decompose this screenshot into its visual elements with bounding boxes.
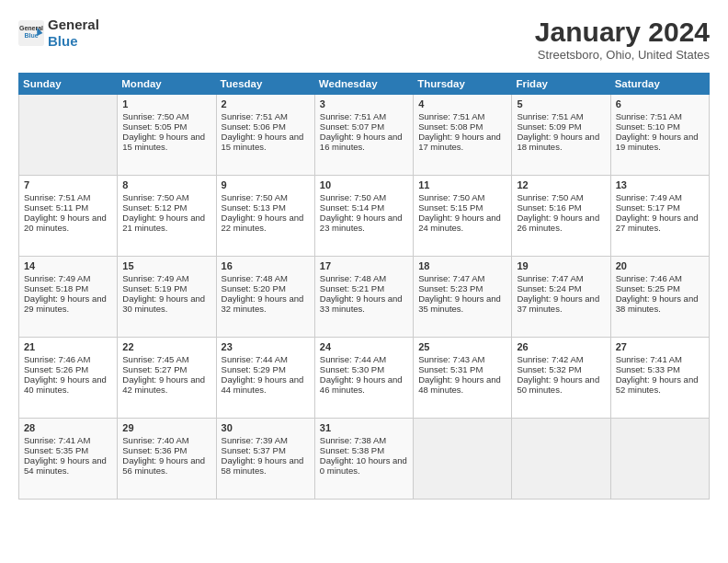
calendar-cell: 26 Sunrise: 7:42 AM Sunset: 5:32 PM Dayl… bbox=[512, 338, 610, 419]
day-number: 9 bbox=[222, 179, 310, 190]
daylight-text: Daylight: 9 hours and 48 minutes. bbox=[418, 374, 501, 395]
daylight-text: Daylight: 9 hours and 22 minutes. bbox=[222, 213, 304, 233]
day-number: 7 bbox=[24, 179, 112, 190]
day-number: 15 bbox=[122, 260, 210, 271]
sunset-text: Sunset: 5:29 PM bbox=[222, 364, 286, 374]
calendar-week-3: 21 Sunrise: 7:46 AM Sunset: 5:26 PM Dayl… bbox=[19, 338, 710, 419]
sunrise-text: Sunrise: 7:39 AM bbox=[222, 435, 288, 445]
col-friday: Friday bbox=[512, 74, 610, 95]
calendar-cell bbox=[414, 419, 512, 500]
calendar-cell: 5 Sunrise: 7:51 AM Sunset: 5:09 PM Dayli… bbox=[512, 95, 610, 176]
day-number: 29 bbox=[122, 422, 210, 433]
sunset-text: Sunset: 5:05 PM bbox=[122, 121, 187, 132]
sunrise-text: Sunrise: 7:46 AM bbox=[616, 273, 682, 283]
sunset-text: Sunset: 5:27 PM bbox=[122, 364, 187, 374]
sunset-text: Sunset: 5:12 PM bbox=[122, 202, 187, 213]
daylight-text: Daylight: 9 hours and 17 minutes. bbox=[418, 132, 501, 152]
sunset-text: Sunset: 5:14 PM bbox=[320, 202, 384, 213]
calendar-cell: 21 Sunrise: 7:46 AM Sunset: 5:26 PM Dayl… bbox=[19, 338, 118, 419]
title-area: January 2024 Streetsboro, Ohio, United S… bbox=[535, 17, 710, 62]
sunset-text: Sunset: 5:31 PM bbox=[418, 364, 483, 374]
day-number: 13 bbox=[616, 179, 704, 190]
sunrise-text: Sunrise: 7:47 AM bbox=[517, 273, 583, 283]
col-monday: Monday bbox=[118, 74, 216, 95]
calendar-cell: 6 Sunrise: 7:51 AM Sunset: 5:10 PM Dayli… bbox=[610, 95, 709, 176]
daylight-text: Daylight: 9 hours and 40 minutes. bbox=[24, 374, 107, 395]
sunrise-text: Sunrise: 7:50 AM bbox=[222, 192, 288, 202]
day-number: 23 bbox=[222, 341, 310, 352]
day-number: 25 bbox=[418, 341, 506, 352]
day-number: 10 bbox=[320, 179, 408, 190]
calendar-cell: 13 Sunrise: 7:49 AM Sunset: 5:17 PM Dayl… bbox=[610, 176, 709, 257]
sunrise-text: Sunrise: 7:40 AM bbox=[122, 435, 188, 445]
sunset-text: Sunset: 5:21 PM bbox=[320, 283, 384, 293]
daylight-text: Daylight: 9 hours and 23 minutes. bbox=[320, 213, 403, 233]
day-number: 8 bbox=[122, 179, 210, 190]
day-number: 21 bbox=[24, 341, 112, 352]
sunrise-text: Sunrise: 7:50 AM bbox=[418, 192, 484, 202]
sunset-text: Sunset: 5:06 PM bbox=[222, 121, 286, 132]
daylight-text: Daylight: 9 hours and 27 minutes. bbox=[616, 213, 699, 233]
day-number: 27 bbox=[616, 341, 704, 352]
sunrise-text: Sunrise: 7:44 AM bbox=[320, 354, 386, 364]
calendar-table: Sunday Monday Tuesday Wednesday Thursday… bbox=[18, 73, 710, 500]
calendar-cell: 11 Sunrise: 7:50 AM Sunset: 5:15 PM Dayl… bbox=[414, 176, 512, 257]
daylight-text: Daylight: 9 hours and 18 minutes. bbox=[517, 132, 599, 152]
daylight-text: Daylight: 9 hours and 38 minutes. bbox=[616, 293, 699, 314]
sunrise-text: Sunrise: 7:50 AM bbox=[517, 192, 583, 202]
sunset-text: Sunset: 5:09 PM bbox=[517, 121, 581, 132]
sunrise-text: Sunrise: 7:48 AM bbox=[320, 273, 386, 283]
calendar-week-1: 7 Sunrise: 7:51 AM Sunset: 5:11 PM Dayli… bbox=[19, 176, 710, 257]
day-number: 20 bbox=[616, 260, 704, 271]
daylight-text: Daylight: 9 hours and 20 minutes. bbox=[24, 213, 107, 233]
daylight-text: Daylight: 9 hours and 15 minutes. bbox=[222, 132, 304, 152]
svg-text:Blue: Blue bbox=[24, 32, 38, 39]
sunset-text: Sunset: 5:10 PM bbox=[616, 121, 680, 132]
calendar-cell: 12 Sunrise: 7:50 AM Sunset: 5:16 PM Dayl… bbox=[512, 176, 610, 257]
day-number: 22 bbox=[122, 341, 210, 352]
sunrise-text: Sunrise: 7:42 AM bbox=[517, 354, 583, 364]
daylight-text: Daylight: 9 hours and 54 minutes. bbox=[24, 455, 107, 476]
day-number: 28 bbox=[24, 422, 112, 433]
calendar-cell: 3 Sunrise: 7:51 AM Sunset: 5:07 PM Dayli… bbox=[314, 95, 413, 176]
sunrise-text: Sunrise: 7:51 AM bbox=[222, 111, 288, 121]
sunrise-text: Sunrise: 7:51 AM bbox=[517, 111, 583, 121]
sunrise-text: Sunrise: 7:50 AM bbox=[320, 192, 386, 202]
calendar-cell: 29 Sunrise: 7:40 AM Sunset: 5:36 PM Dayl… bbox=[118, 419, 216, 500]
sunrise-text: Sunrise: 7:46 AM bbox=[24, 354, 90, 364]
calendar-cell: 19 Sunrise: 7:47 AM Sunset: 5:24 PM Dayl… bbox=[512, 257, 610, 338]
daylight-text: Daylight: 9 hours and 42 minutes. bbox=[122, 374, 205, 395]
day-number: 11 bbox=[418, 179, 506, 190]
calendar-cell: 31 Sunrise: 7:38 AM Sunset: 5:38 PM Dayl… bbox=[314, 419, 413, 500]
sunrise-text: Sunrise: 7:51 AM bbox=[616, 111, 682, 121]
sunrise-text: Sunrise: 7:41 AM bbox=[616, 354, 682, 364]
sunset-text: Sunset: 5:33 PM bbox=[616, 364, 680, 374]
calendar-cell: 17 Sunrise: 7:48 AM Sunset: 5:21 PM Dayl… bbox=[314, 257, 413, 338]
daylight-text: Daylight: 9 hours and 56 minutes. bbox=[122, 455, 205, 476]
sunset-text: Sunset: 5:19 PM bbox=[122, 283, 187, 293]
calendar-cell: 22 Sunrise: 7:45 AM Sunset: 5:27 PM Dayl… bbox=[118, 338, 216, 419]
calendar-cell: 2 Sunrise: 7:51 AM Sunset: 5:06 PM Dayli… bbox=[216, 95, 314, 176]
calendar-week-0: 1 Sunrise: 7:50 AM Sunset: 5:05 PM Dayli… bbox=[19, 95, 710, 176]
sunrise-text: Sunrise: 7:44 AM bbox=[222, 354, 288, 364]
sunset-text: Sunset: 5:37 PM bbox=[222, 445, 286, 455]
logo: General Blue General Blue bbox=[18, 17, 99, 50]
day-number: 24 bbox=[320, 341, 408, 352]
header-row: Sunday Monday Tuesday Wednesday Thursday… bbox=[19, 74, 710, 95]
day-number: 5 bbox=[517, 98, 605, 109]
daylight-text: Daylight: 9 hours and 33 minutes. bbox=[320, 293, 403, 314]
calendar-cell: 30 Sunrise: 7:39 AM Sunset: 5:37 PM Dayl… bbox=[216, 419, 314, 500]
daylight-text: Daylight: 9 hours and 30 minutes. bbox=[122, 293, 205, 314]
calendar-cell: 1 Sunrise: 7:50 AM Sunset: 5:05 PM Dayli… bbox=[118, 95, 216, 176]
calendar-week-2: 14 Sunrise: 7:49 AM Sunset: 5:18 PM Dayl… bbox=[19, 257, 710, 338]
calendar-cell bbox=[19, 95, 118, 176]
calendar-week-4: 28 Sunrise: 7:41 AM Sunset: 5:35 PM Dayl… bbox=[19, 419, 710, 500]
logo-text: General Blue bbox=[48, 17, 99, 50]
calendar-cell: 14 Sunrise: 7:49 AM Sunset: 5:18 PM Dayl… bbox=[19, 257, 118, 338]
sunset-text: Sunset: 5:13 PM bbox=[222, 202, 286, 213]
sunrise-text: Sunrise: 7:41 AM bbox=[24, 435, 90, 445]
day-number: 12 bbox=[517, 179, 605, 190]
sunrise-text: Sunrise: 7:49 AM bbox=[24, 273, 90, 283]
sunset-text: Sunset: 5:30 PM bbox=[320, 364, 384, 374]
calendar-cell: 7 Sunrise: 7:51 AM Sunset: 5:11 PM Dayli… bbox=[19, 176, 118, 257]
